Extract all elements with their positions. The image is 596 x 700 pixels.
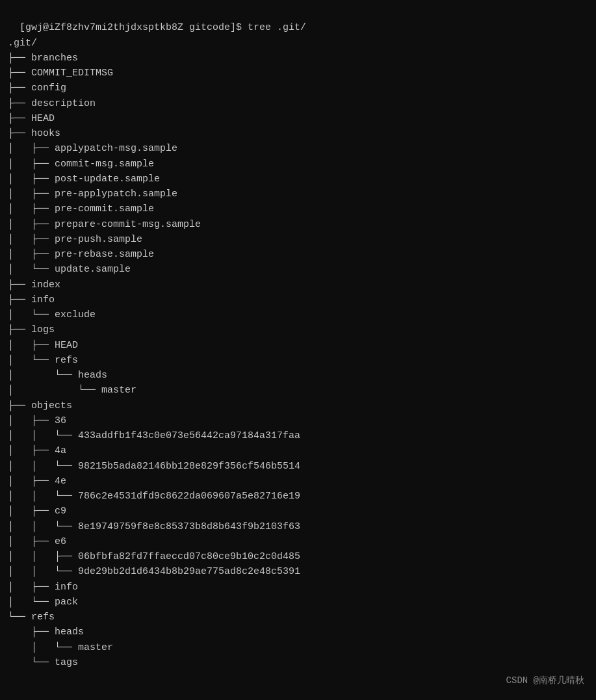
watermark: CSDN @南桥几晴秋: [506, 674, 584, 688]
command-prompt: [gwj@iZf8zhv7mi2thjdxsptkb8Z gitcode]$ t…: [19, 22, 306, 33]
terminal-window: [gwj@iZf8zhv7mi2thjdxsptkb8Z gitcode]$ t…: [8, 5, 588, 685]
root-dir: .git/: [8, 38, 37, 49]
tree-output: ├── branches ├── COMMIT_EDITMSG ├── conf…: [8, 51, 588, 670]
